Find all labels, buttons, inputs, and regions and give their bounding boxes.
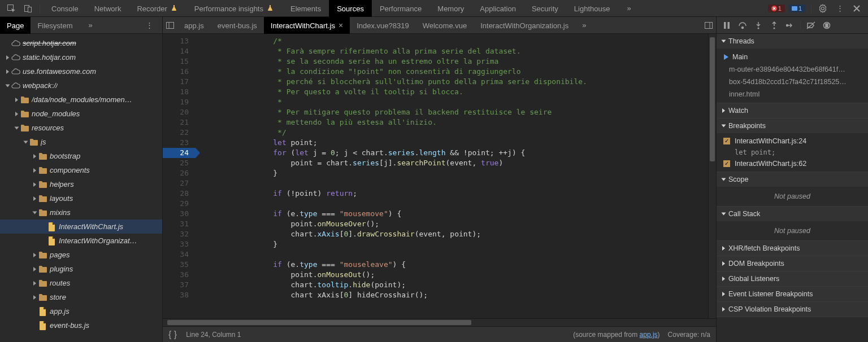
line-number-gutter[interactable]: 1314151617181920212223242526272829303132…: [163, 34, 196, 318]
tree-file[interactable]: InteractWithOrganizat…: [0, 234, 162, 248]
pause-button[interactable]: [721, 20, 732, 31]
thread-main[interactable]: Main: [717, 51, 868, 63]
tree-folder[interactable]: resources: [0, 121, 162, 135]
pretty-print-icon[interactable]: { }: [168, 330, 177, 340]
tree-folder[interactable]: node_modules: [0, 107, 162, 121]
step-button[interactable]: [784, 20, 796, 31]
editor-horizontal-scrollbar[interactable]: [163, 318, 716, 326]
settings-gear-icon[interactable]: [817, 3, 828, 14]
thread-worker[interactable]: inner.html: [717, 88, 868, 100]
tree-file[interactable]: InteractWithChart.js: [0, 220, 162, 234]
tab-lighthouse[interactable]: Lighthouse: [566, 0, 618, 17]
tree-folder[interactable]: script.hotjar.com: [0, 36, 162, 50]
inspect-element-icon[interactable]: [6, 3, 17, 14]
tree-folder[interactable]: routes: [0, 276, 162, 290]
folder-icon: [38, 265, 47, 274]
navigator-tab-page[interactable]: Page: [0, 17, 31, 34]
tab-performance[interactable]: Performance: [372, 0, 429, 17]
step-out-button[interactable]: [769, 20, 780, 31]
callstack-section-header[interactable]: Call Stack: [717, 207, 868, 221]
checkbox-icon[interactable]: [723, 138, 730, 144]
tree-folder[interactable]: /data/node_modules/momen…: [0, 93, 162, 107]
source-map-link[interactable]: app.js: [640, 331, 658, 339]
breakpoint-item[interactable]: InteractWithChart.js:24: [717, 135, 868, 147]
step-over-button[interactable]: [737, 20, 748, 31]
code-editor[interactable]: 1314151617181920212223242526272829303132…: [163, 34, 716, 318]
tab-performance-insights[interactable]: Performance insights: [186, 0, 283, 17]
tree-label: node_modules: [32, 109, 80, 118]
close-devtools-icon[interactable]: [851, 3, 862, 14]
tab-sources[interactable]: Sources: [329, 0, 372, 17]
info-count-badge[interactable]: 1: [788, 5, 805, 12]
thread-worker[interactable]: box-54d18b2ccd1c7fa42c71f18525…: [717, 76, 868, 88]
panel-header[interactable]: Global Listeners: [717, 271, 868, 286]
more-file-tabs[interactable]: »: [575, 17, 593, 34]
panel-header[interactable]: XHR/fetch Breakpoints: [717, 241, 868, 256]
tab-recorder[interactable]: Recorder: [129, 0, 186, 17]
watch-section-header[interactable]: Watch: [717, 103, 868, 118]
debugger-toggle-icon[interactable]: [701, 21, 716, 30]
navigator-toggle-icon[interactable]: [163, 21, 177, 30]
file-tab[interactable]: InteractWithOrganization.js: [474, 17, 575, 34]
checkbox-icon[interactable]: [723, 160, 730, 167]
divider: [40, 3, 40, 14]
tree-label: use.fontawesome.com: [23, 67, 96, 76]
threads-section-header[interactable]: Threads: [717, 34, 868, 49]
tree-folder[interactable]: pages: [0, 248, 162, 262]
folder-icon: [38, 180, 47, 189]
tree-folder[interactable]: js: [0, 135, 162, 149]
tab-elements[interactable]: Elements: [283, 0, 329, 17]
tab-network[interactable]: Network: [86, 0, 129, 17]
navigator-options-icon[interactable]: ⋮: [139, 17, 160, 34]
more-tabs-button[interactable]: »: [619, 0, 639, 17]
breakpoint-item[interactable]: InteractWithChart.js:62: [717, 158, 868, 169]
chevron-right-icon: [722, 292, 725, 296]
folder-icon: [38, 293, 47, 302]
more-navigator-tabs[interactable]: »: [82, 17, 99, 34]
tree-folder[interactable]: plugins: [0, 262, 162, 276]
tab-console[interactable]: Console: [44, 0, 86, 17]
tree-label: /data/node_modules/momen…: [32, 95, 132, 104]
tree-file[interactable]: event-bus.js: [0, 318, 162, 332]
disclosure-triangle-icon: [31, 154, 38, 159]
close-icon[interactable]: ×: [338, 21, 343, 30]
deactivate-breakpoints-button[interactable]: [805, 20, 817, 31]
file-tab[interactable]: InteractWithChart.js×: [264, 17, 350, 34]
thread-worker[interactable]: m-outer-e38946e804432be68f641f…: [717, 63, 868, 76]
tree-folder[interactable]: layouts: [0, 191, 162, 205]
kebab-menu-icon[interactable]: ⋮: [834, 3, 845, 14]
file-tab[interactable]: event-bus.js: [211, 17, 264, 34]
file-tab[interactable]: app.js: [177, 17, 211, 34]
panel-header[interactable]: CSP Violation Breakpoints: [717, 302, 868, 317]
tree-folder[interactable]: webpack://: [0, 78, 162, 93]
chevron-right-icon: [722, 246, 725, 251]
tree-folder[interactable]: components: [0, 163, 162, 177]
tree-folder[interactable]: static.hotjar.com: [0, 50, 162, 64]
navigator-tab-filesystem[interactable]: Filesystem: [31, 17, 79, 34]
tab-application[interactable]: Application: [472, 0, 524, 17]
tree-folder[interactable]: bootstrap: [0, 149, 162, 163]
file-tab[interactable]: Index.vue?8319: [350, 17, 416, 34]
editor-vertical-scrollbar[interactable]: [708, 34, 716, 318]
tab-memory[interactable]: Memory: [429, 0, 472, 17]
breakpoints-section-header[interactable]: Breakpoints: [717, 119, 868, 133]
code-content[interactable]: /* * Farà sempre riferimento alla prima …: [196, 34, 708, 318]
tab-security[interactable]: Security: [524, 0, 566, 17]
tree-folder[interactable]: mixins: [0, 205, 162, 220]
scope-section-header[interactable]: Scope: [717, 172, 868, 187]
panel-header[interactable]: DOM Breakpoints: [717, 256, 868, 271]
tree-label: pages: [50, 251, 70, 259]
panel-header[interactable]: Event Listener Breakpoints: [717, 287, 868, 301]
tree-file[interactable]: app.js: [0, 304, 162, 318]
pause-on-exceptions-button[interactable]: [821, 20, 832, 31]
file-tab[interactable]: Welcome.vue: [416, 17, 474, 34]
step-into-button[interactable]: [753, 20, 764, 31]
file-tab-label: app.js: [184, 21, 204, 30]
error-count-badge[interactable]: 1: [768, 5, 785, 12]
tree-folder[interactable]: use.fontawesome.com: [0, 64, 162, 78]
cloud-icon: [11, 81, 20, 90]
breakpoint-preview: let point;: [717, 147, 868, 158]
tree-folder[interactable]: helpers: [0, 177, 162, 191]
tree-folder[interactable]: store: [0, 290, 162, 304]
device-toolbar-icon[interactable]: [23, 3, 34, 14]
